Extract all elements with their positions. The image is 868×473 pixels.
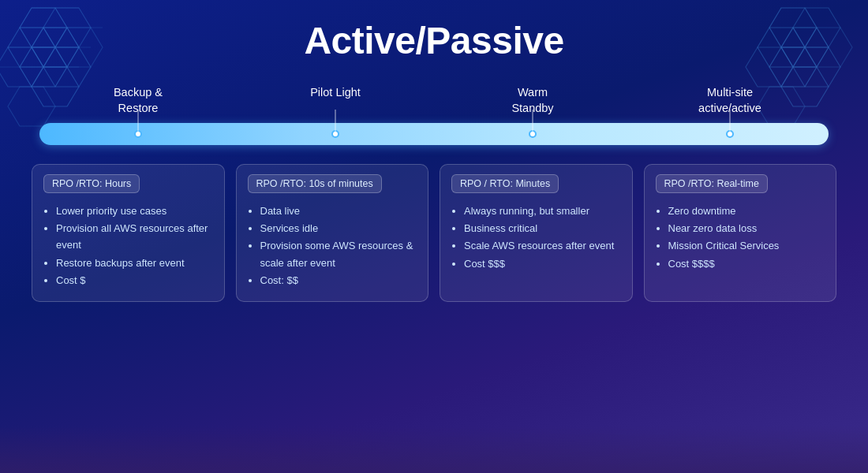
- list-item: Provision all AWS resources after event: [56, 220, 213, 254]
- card-multi-site: RPO /RTO: Real-time Zero downtime Near z…: [644, 164, 837, 302]
- list-item: Cost $$$: [464, 255, 621, 272]
- card-backup-rpo-label: RPO /RTO: Hours: [43, 174, 140, 193]
- card-pilot-list: Data live Services idle Provision some A…: [248, 203, 417, 289]
- list-item: Business critical: [464, 220, 621, 236]
- list-item: Scale AWS resources after event: [464, 237, 621, 254]
- card-pilot-light: RPO /RTO: 10s of minutes Data live Servi…: [236, 164, 429, 302]
- card-multi-rpo-label: RPO /RTO: Real-time: [656, 174, 768, 193]
- list-item: Services idle: [260, 220, 417, 236]
- timeline-bar: [39, 123, 829, 145]
- timeline-marker-4[interactable]: [726, 130, 734, 138]
- list-item: Data live: [260, 203, 417, 219]
- list-item: Mission Critical Services: [668, 237, 825, 254]
- card-warm-list: Always running, but smaller Business cri…: [451, 203, 621, 273]
- card-backup-restore: RPO /RTO: Hours Lower priority use cases…: [32, 164, 225, 302]
- card-backup-list: Lower priority use cases Provision all A…: [43, 203, 213, 289]
- main-content: Active/Passive Backup &Restore Pilot Lig…: [0, 0, 868, 318]
- list-item: Always running, but smaller: [464, 203, 621, 219]
- timeline-container: [32, 123, 836, 145]
- cards-container: RPO /RTO: Hours Lower priority use cases…: [32, 164, 836, 302]
- timeline-markers: [39, 123, 829, 145]
- card-warm-standby: RPO / RTO: Minutes Always running, but s…: [440, 164, 633, 302]
- list-item: Cost $: [56, 272, 213, 289]
- list-item: Provision some AWS resources & scale aft…: [260, 237, 417, 271]
- list-item: Restore backups after event: [56, 255, 213, 271]
- list-item: Zero downtime: [668, 203, 825, 219]
- list-item: Cost: $$: [260, 272, 417, 289]
- card-pilot-rpo-label: RPO /RTO: 10s of minutes: [248, 174, 382, 193]
- list-item: Lower priority use cases: [56, 203, 213, 219]
- page-title: Active/Passive: [32, 19, 836, 62]
- card-warm-rpo-label: RPO / RTO: Minutes: [451, 174, 559, 193]
- timeline-marker-3[interactable]: [529, 130, 537, 138]
- card-multi-list: Zero downtime Near zero data loss Missio…: [656, 203, 825, 273]
- timeline-marker-2[interactable]: [331, 130, 339, 138]
- list-item: Near zero data loss: [668, 220, 825, 236]
- strategy-labels: Backup &Restore Pilot Light WarmStandby …: [32, 84, 836, 117]
- timeline-marker-1[interactable]: [134, 130, 142, 138]
- list-item: Cost $$$$: [668, 255, 825, 272]
